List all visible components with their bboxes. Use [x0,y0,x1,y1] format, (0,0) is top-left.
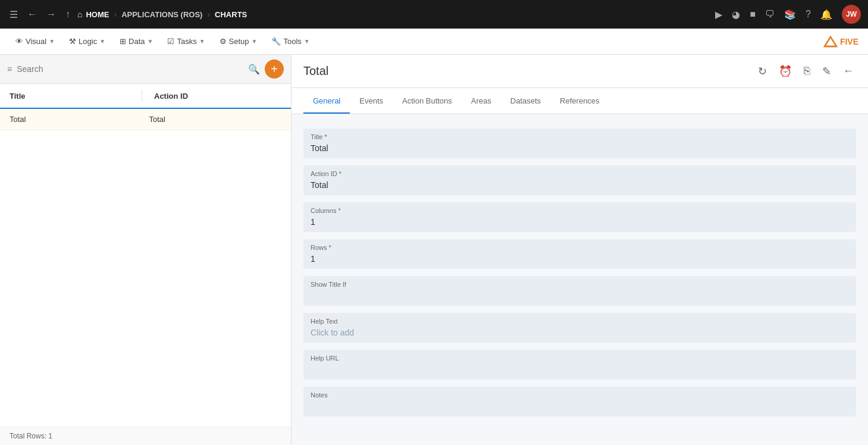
tasks-label: Tasks [177,37,196,46]
user-avatar[interactable]: JW [842,5,861,24]
tools-icon: 🔧 [271,37,281,46]
visual-icon: 👁 [15,37,23,46]
charts-breadcrumb[interactable]: CHARTS [215,10,247,19]
tab-areas[interactable]: Areas [462,89,501,114]
edit-icon[interactable]: ✎ [820,62,833,80]
field-label-columns: Columns * [311,207,849,214]
field-label-show_title_if: Show Title If [311,281,849,288]
action-id-column-header: Action ID [147,92,281,101]
stop-icon[interactable]: ■ [750,9,756,20]
total-rows-label: Total Rows: 1 [10,432,52,440]
field-notes[interactable]: Notes [303,387,856,416]
applications-breadcrumb[interactable]: APPLICATIONS (ROS) [121,10,202,19]
table-header: Title Action ID [0,84,291,109]
right-header: Total ↻ ⏰ ⎘ ✎ ← [292,55,868,88]
search-icon[interactable]: 🔍 [248,64,260,75]
bell-icon[interactable]: 🔔 [820,9,832,20]
history-icon[interactable]: ⏰ [776,62,794,80]
add-button[interactable]: + [265,59,284,79]
field-columns[interactable]: Columns * 1 [303,202,856,232]
svg-marker-0 [825,37,836,46]
field-value-action_id: Total [311,180,328,190]
setup-label: Setup [229,37,249,46]
left-panel: ≡ 🔍 + Title Action ID Total Total Total … [0,55,292,445]
field-show_title_if[interactable]: Show Title If [303,276,856,306]
search-bar: ≡ 🔍 + [0,55,291,84]
logic-label: Logic [79,37,97,46]
top-navigation: ☰ ← → ↑ ⌂ HOME › APPLICATIONS (ROS) › CH… [0,0,868,29]
data-menu-item[interactable]: ⊞ Data ▼ [114,33,159,49]
close-icon[interactable]: ← [841,62,856,80]
logic-menu-item[interactable]: ⚒ Logic ▼ [63,33,111,49]
help-text-click-to-add[interactable]: Click to add [311,328,354,337]
field-rows[interactable]: Rows * 1 [303,239,856,269]
logic-icon: ⚒ [69,37,76,46]
column-divider [142,90,142,102]
tab-datasets[interactable]: Datasets [501,89,550,114]
tools-label: Tools [283,37,301,46]
chat-icon[interactable]: 🗨 [765,9,775,20]
field-value-columns: 1 [311,217,315,227]
tools-menu-item[interactable]: 🔧 Tools ▼ [265,33,315,49]
field-label-action_id: Action ID * [311,170,849,177]
table-row[interactable]: Total Total [0,109,291,130]
field-title[interactable]: Title * Total [303,129,856,158]
breadcrumb-separator-2: › [207,10,210,19]
search-input[interactable] [17,64,243,74]
forward-icon[interactable]: → [44,7,58,22]
tasks-icon: ☑ [167,37,174,46]
restore-icon[interactable]: ↻ [756,62,769,80]
tasks-dropdown-arrow: ▼ [199,38,205,45]
hamburger-icon[interactable]: ☰ [7,7,20,23]
tab-references[interactable]: References [550,89,609,114]
setup-menu-item[interactable]: ⚙ Setup ▼ [214,33,264,49]
copy-icon[interactable]: ⎘ [801,62,813,80]
tools-dropdown-arrow: ▼ [304,38,310,45]
home-icon: ⌂ [77,10,82,19]
field-action_id[interactable]: Action ID * Total [303,165,856,195]
book-icon[interactable]: 📚 [784,9,796,20]
home-nav-item[interactable]: ⌂ HOME [77,10,109,19]
search-globe-icon[interactable]: ◕ [732,9,740,20]
title-column-header: Title [10,92,137,101]
tab-action-buttons[interactable]: Action Buttons [393,89,462,114]
right-panel-actions: ↻ ⏰ ⎘ ✎ ← [756,62,856,80]
help-icon[interactable]: ? [806,9,811,20]
visual-menu-item[interactable]: 👁 Visual ▼ [10,33,61,49]
field-help_text[interactable]: Help Text Click to add [303,313,856,343]
top-nav-right: ▶ ◕ ■ 🗨 📚 ? 🔔 JW [715,5,861,24]
field-label-help_url: Help URL [311,355,849,362]
field-label-rows: Rows * [311,244,849,251]
tab-events[interactable]: Events [350,89,393,114]
five-logo-text: FIVE [840,37,858,46]
tab-general[interactable]: General [303,89,350,114]
visual-label: Visual [26,37,46,46]
logic-dropdown-arrow: ▼ [99,38,105,45]
secondary-navigation: 👁 Visual ▼ ⚒ Logic ▼ ⊞ Data ▼ ☑ Tasks ▼ … [0,29,868,55]
setup-dropdown-arrow: ▼ [252,38,258,45]
back-icon[interactable]: ← [25,7,39,22]
data-icon: ⊞ [120,37,126,46]
main-content: ≡ 🔍 + Title Action ID Total Total Total … [0,55,868,445]
right-panel: Total ↻ ⏰ ⎘ ✎ ← GeneralEventsAction Butt… [292,55,868,445]
table-rows-container: Total Total [0,109,291,130]
field-help_url[interactable]: Help URL [303,350,856,380]
field-label-notes: Notes [311,391,849,399]
filter-icon: ≡ [7,64,12,74]
field-label-title: Title * [311,133,849,140]
field-value-rows: 1 [311,254,315,264]
data-label: Data [129,37,145,46]
right-panel-title: Total [303,64,756,78]
field-label-help_text: Help Text [311,318,849,325]
row-action-id: Total [142,115,282,124]
up-icon[interactable]: ↑ [63,7,73,22]
tasks-menu-item[interactable]: ☑ Tasks ▼ [161,33,211,49]
data-dropdown-arrow: ▼ [148,38,153,45]
breadcrumb-separator-1: › [114,10,117,19]
field-value-help_url [311,365,313,374]
field-value-title: Total [311,143,328,153]
row-title: Total [10,115,142,124]
play-icon[interactable]: ▶ [715,9,722,20]
home-label: HOME [86,10,109,19]
setup-icon: ⚙ [220,37,227,46]
